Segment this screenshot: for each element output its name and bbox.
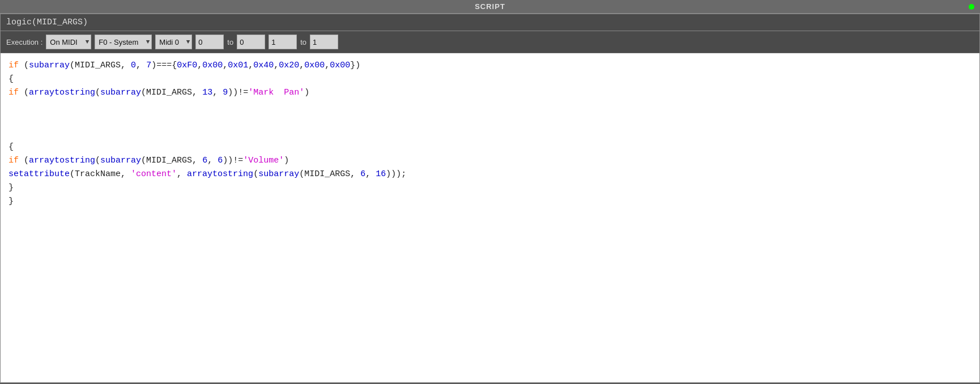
execution-select-wrapper[interactable]: On MIDI On Load On Tick ▼ [46,35,91,49]
to-label-1: to [227,38,233,46]
execution-label: Execution : [6,38,42,46]
function-bar: logic(MIDI_ARGS) [1,14,979,31]
range1-from[interactable] [195,35,224,49]
range2-to[interactable] [310,35,338,49]
range2-from[interactable] [269,35,297,49]
main-window: logic(MIDI_ARGS) Execution : On MIDI On … [0,14,980,383]
title-label: SCRIPT [475,2,505,11]
title-bar: SCRIPT [0,0,980,14]
filter-select[interactable]: F0 - System F1 F2 [95,35,152,49]
function-label: logic(MIDI_ARGS) [6,18,88,27]
midi-select[interactable]: Midi 0 Midi 1 Midi 2 [155,35,192,49]
to-label-2: to [300,38,306,46]
code-editor[interactable]: if (subarray(MIDI_ARGS, 0, 7)==={0xF0,0x… [1,53,979,382]
midi-select-wrapper[interactable]: Midi 0 Midi 1 Midi 2 ▼ [155,35,192,49]
range1-to[interactable] [237,35,265,49]
filter-select-wrapper[interactable]: F0 - System F1 F2 ▼ [95,35,152,49]
execution-select[interactable]: On MIDI On Load On Tick [46,35,91,49]
close-dot [969,4,974,10]
toolbar: Execution : On MIDI On Load On Tick ▼ F0… [1,31,979,53]
